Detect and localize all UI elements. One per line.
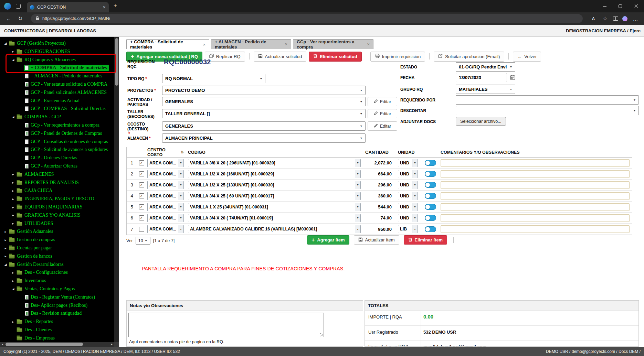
sort-icon[interactable]: ⇅ [181, 150, 184, 154]
row-checkbox[interactable]: ✓ [139, 204, 144, 209]
sidebar-item[interactable]: GCP - Existencias Actual [0, 97, 119, 105]
tab-close-icon[interactable]: × [367, 42, 370, 47]
page-size-select[interactable]: 10 ▼ [136, 237, 150, 245]
sidebar-item[interactable]: GCp - Ver requerimientos a compra [0, 121, 119, 129]
email-approval-button[interactable]: Solicitar aprobacion (Email) [434, 52, 504, 62]
tree-node[interactable]: GCP - COMPRAS - Solicitud Directas [24, 106, 108, 112]
print-button[interactable]: Imprimir requisicion [370, 52, 425, 62]
grupo-rq-select[interactable]: MATERIALES ▼ [456, 85, 515, 94]
tab-close-icon[interactable]: × [285, 42, 287, 47]
split-screen-icon[interactable] [613, 17, 618, 21]
comentario-input[interactable] [441, 225, 630, 233]
codigo-select[interactable]: VARILLA 3/4 X 25 ( 60 UN/AT) [01-000017]… [188, 192, 361, 200]
calendar-icon[interactable] [510, 75, 515, 81]
tree-chevron-icon[interactable]: ▸ [10, 205, 16, 209]
favorite-star-icon[interactable]: ☆ [601, 15, 609, 22]
scrollbar-thumb[interactable] [6, 343, 83, 346]
tree-node[interactable]: UTILIDADES [16, 220, 55, 227]
comentario-input[interactable] [441, 170, 630, 178]
sidebar-item[interactable]: ▸ALMACENES [0, 170, 119, 179]
tree-node[interactable]: GCP - Panel solicitudes ALMACENES [24, 89, 109, 96]
tree-node[interactable]: Des - Configuraciones [16, 269, 70, 276]
tree-node[interactable]: CONFIGURACIONES [16, 48, 72, 55]
tree-node[interactable]: Gestion de bancos [8, 253, 54, 259]
tree-node[interactable]: CAJA CHICA [16, 187, 54, 194]
edit-taller-button[interactable]: Editar [368, 109, 397, 118]
tree-node[interactable]: GCp - Ver requerimientos a compra [24, 122, 102, 128]
sidebar-vertical-scrollbar[interactable] [114, 37, 119, 342]
sidebar-item[interactable]: GCP - Consultas de ordenes de compras [0, 138, 119, 146]
tree-node[interactable]: GCP - Existencias Actual [24, 98, 82, 104]
comentario-input[interactable] [441, 203, 630, 211]
tree-chevron-icon[interactable]: ▸ [3, 254, 8, 258]
sidebar-item[interactable]: ◢RQ Compras y Almacenes [0, 56, 119, 64]
tab-almacen-pedido[interactable]: + ALMACEN - Pedido de materiales × [211, 39, 291, 49]
centro-costo-select[interactable]: AREA COM...▼ [147, 214, 184, 222]
tree-node[interactable]: Des - Empresas [16, 335, 57, 341]
tree-node[interactable]: Des - Reportes [16, 319, 55, 325]
refresh-icon[interactable]: ↻ [17, 15, 24, 22]
delete-item-button[interactable]: Eliminar ítem [404, 235, 447, 245]
tree-chevron-icon[interactable]: ◢ [10, 58, 16, 62]
codigo-select[interactable]: VARILLA 1 X 25 (34UN/AT) [01-000031]▼ [188, 203, 361, 211]
tab-close-icon[interactable]: × [203, 42, 205, 47]
copilot-icon[interactable] [622, 16, 627, 21]
sidebar-item[interactable]: ▸EQUIPOS | MAQUINARIAS [0, 203, 119, 211]
tab-compra-solicitud[interactable]: + COMPRA - Solicitud de materiales × [126, 39, 209, 49]
update-item-button[interactable]: Actualizar ítem [354, 235, 399, 245]
tree-node[interactable]: Ventas, Contratos y Pagos [16, 286, 77, 292]
tree-chevron-icon[interactable]: ◢ [10, 287, 16, 291]
row-checkbox[interactable]: ✓ [139, 215, 144, 220]
sidebar-item[interactable]: GCP - Panel de Ordenes de Compras [0, 129, 119, 138]
tree-chevron-icon[interactable]: ▸ [10, 172, 16, 176]
sidebar-item[interactable]: ◢GCP (Gestión Proyectos) [0, 39, 119, 47]
comentario-input[interactable] [441, 181, 630, 189]
tree-chevron-icon[interactable]: ▸ [10, 197, 16, 201]
tree-chevron-icon[interactable]: ▸ [10, 50, 16, 53]
new-tab-button[interactable]: + [114, 2, 117, 9]
row-checkbox[interactable]: ✓ [139, 171, 144, 176]
sidebar-item[interactable]: ▸INGENIERIA, PAGOS Y DESCTO [0, 195, 119, 203]
row-checkbox[interactable] [139, 227, 144, 232]
tree-node[interactable]: Inventarios [16, 278, 48, 284]
tree-node[interactable]: Des- Aplicar pagos (Recibos) [24, 302, 89, 309]
tab-actions-icon[interactable] [16, 4, 21, 9]
tree-node[interactable]: GRAFICAS Y/O ANALISIS [16, 212, 83, 218]
back-button[interactable]: ← Volver [513, 52, 541, 62]
unidad-select[interactable]: UND▼ [398, 170, 418, 178]
tree-node[interactable]: COMPRAS - GCP [16, 114, 63, 120]
sidebar-horizontal-scrollbar[interactable]: ◄ ► [0, 342, 114, 347]
unidad-select[interactable]: LIB▼ [398, 225, 418, 233]
item-active-toggle[interactable] [425, 193, 436, 199]
tree-chevron-icon[interactable]: ▸ [10, 271, 16, 274]
item-active-toggle[interactable] [425, 171, 436, 177]
sidebar-item[interactable]: ▸CAJA CHICA [0, 186, 119, 195]
browser-logo-icon[interactable] [4, 3, 11, 10]
sidebar-item[interactable]: ▸Inventarios [0, 277, 119, 285]
tree-node[interactable]: + ALMACEN - Pedido de materiales [24, 73, 104, 79]
item-active-toggle[interactable] [425, 204, 436, 210]
edit-actividad-button[interactable]: Editar [368, 97, 397, 106]
sidebar-item[interactable]: + ALMACEN - Pedido de materiales [0, 72, 119, 80]
unidad-select[interactable]: UND▼ [398, 203, 418, 211]
item-active-toggle[interactable] [425, 215, 436, 221]
centro-costo-header[interactable]: CENTRO COSTO [147, 148, 179, 157]
tree-node[interactable]: Gestión Desarrolladoras [8, 261, 66, 268]
scroll-left-icon[interactable]: ◄ [0, 342, 5, 347]
tree-node[interactable]: GCP - Ver estatus solicitud a COMPRA [24, 81, 109, 87]
sidebar-item[interactable]: ▸Gestion de bancos [0, 252, 119, 260]
centro-costo-select[interactable]: AREA COM...▼ [147, 203, 184, 211]
tree-chevron-icon[interactable]: ▸ [3, 246, 8, 250]
comentario-input[interactable] [441, 159, 630, 167]
sidebar-item[interactable]: GCP - Autorizar Ofertas [0, 162, 119, 170]
sidebar-item[interactable]: ▸GRAFICAS Y/O ANALISIS [0, 211, 119, 219]
sidebar-item[interactable]: ▸REPORTES DE ANALISIS [0, 179, 119, 187]
almacen-select[interactable]: ALMACEN PRINCIPAL ▼ [162, 133, 366, 143]
sidebar-item[interactable]: GCP - COMPRAS - Solicitud Directas [0, 105, 119, 113]
tree-chevron-icon[interactable]: ▸ [3, 230, 8, 234]
sidebar-item[interactable]: Des - Registrar Venta (Contratos) [0, 293, 119, 301]
requerido-por-select[interactable]: ▼ [456, 95, 639, 105]
sidebar-item[interactable]: GCP - Ordenes Directas [0, 154, 119, 162]
tree-chevron-icon[interactable]: ▸ [10, 189, 16, 193]
comentario-input[interactable] [441, 214, 630, 222]
